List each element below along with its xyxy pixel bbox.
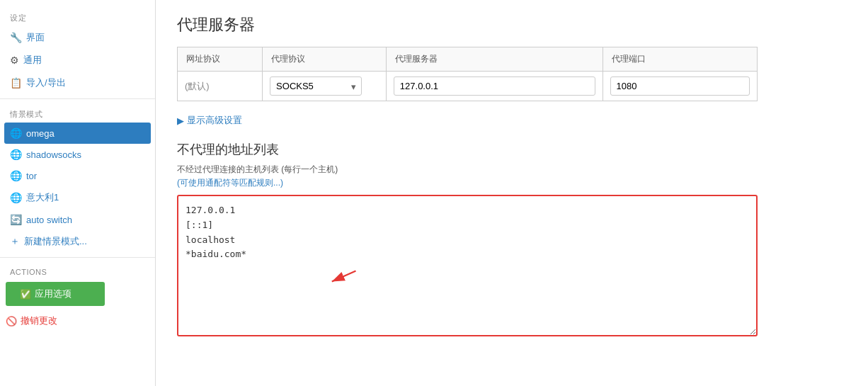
proxy-protocol-select[interactable]: SOCKS5 SOCKS4 HTTP HTTPS [270, 76, 362, 96]
proxy-table: 网址协议 代理协议 代理服务器 代理端口 (默认) SOCKS5 SOCKS4 … [177, 47, 758, 101]
cancel-button[interactable]: 🚫 撤销更改 [6, 312, 57, 330]
sidebar-item-tor-label: tor [26, 171, 37, 181]
cell-url-protocol: (默认) [178, 72, 263, 101]
sidebar-item-omega[interactable]: 🌐 omega [4, 123, 151, 144]
sidebar: 设定 🔧 界面 ⚙ 通用 📋 导入/导出 情景模式 🌐 omega 🌐 shad… [0, 0, 156, 386]
settings-section-title: 设定 [0, 7, 155, 26]
import-icon: 📋 [10, 77, 22, 89]
apply-button-label: 应用选项 [35, 288, 72, 300]
sidebar-item-autoswitch-label: auto switch [26, 215, 72, 225]
proxy-server-input[interactable] [394, 76, 595, 96]
cell-proxy-protocol: SOCKS5 SOCKS4 HTTP HTTPS ▾ [263, 72, 387, 101]
sidebar-item-general[interactable]: ⚙ 通用 [0, 49, 155, 72]
sidebar-item-shadowsocks[interactable]: 🌐 shadowsocks [0, 144, 155, 165]
sidebar-item-import-label: 导入/导出 [26, 76, 66, 89]
no-proxy-textarea[interactable]: 127.0.0.1 [::1] localhost *baidu.com* [177, 195, 758, 336]
main-content: 代理服务器 网址协议 代理协议 代理服务器 代理端口 (默认) SOCKS5 [156, 0, 868, 386]
sidebar-item-tor[interactable]: 🌐 tor [0, 165, 155, 186]
cancel-icon: 🚫 [6, 316, 17, 327]
sidebar-item-shadowsocks-label: shadowsocks [26, 149, 81, 160]
apply-button[interactable]: ✅ 应用选项 [6, 282, 105, 306]
omega-icon: 🌐 [10, 127, 22, 139]
sidebar-item-italy1-label: 意大利1 [26, 191, 59, 204]
col-header-proxy-protocol: 代理协议 [263, 47, 387, 72]
col-header-proxy-server: 代理服务器 [386, 47, 603, 72]
italy-icon: 🌐 [10, 192, 22, 203]
default-label: (默认) [185, 81, 210, 91]
no-proxy-desc: 不经过代理连接的主机列表 (每行一个主机) [177, 164, 847, 176]
chevron-right-icon: ▶ [177, 115, 184, 126]
sidebar-item-ui-label: 界面 [26, 31, 45, 44]
gear-icon: ⚙ [10, 55, 19, 66]
profiles-section-title: 情景模式 [0, 103, 155, 123]
tor-icon: 🌐 [10, 170, 22, 181]
proxy-port-input[interactable] [610, 76, 750, 96]
shadow-icon: 🌐 [10, 149, 22, 160]
sidebar-item-autoswitch[interactable]: 🔄 auto switch [0, 209, 155, 230]
sidebar-item-italy1[interactable]: 🌐 意大利1 [0, 186, 155, 209]
no-proxy-textarea-wrapper: 127.0.0.1 [::1] localhost *baidu.com* [177, 195, 758, 339]
sidebar-item-general-label: 通用 [23, 54, 42, 67]
apply-check-icon: ✅ [20, 289, 31, 300]
page-title: 代理服务器 [177, 14, 847, 35]
show-advanced-link[interactable]: ▶ 显示高级设置 [177, 114, 242, 127]
wrench-icon: 🔧 [10, 32, 22, 43]
no-proxy-hint[interactable]: (可使用通配符等匹配规则...) [177, 177, 847, 189]
sidebar-divider [0, 98, 155, 99]
table-row: (默认) SOCKS5 SOCKS4 HTTP HTTPS ▾ [178, 72, 758, 101]
sidebar-item-ui[interactable]: 🔧 界面 [0, 26, 155, 49]
sidebar-item-add-label: 新建情景模式... [24, 235, 87, 248]
sidebar-item-add-profile[interactable]: ＋ 新建情景模式... [0, 230, 155, 253]
sidebar-item-import-export[interactable]: 📋 导入/导出 [0, 72, 155, 94]
col-header-url-protocol: 网址协议 [178, 47, 263, 72]
col-header-proxy-port: 代理端口 [603, 47, 757, 72]
cancel-button-label: 撤销更改 [21, 314, 57, 327]
no-proxy-section-title: 不代理的地址列表 [177, 141, 847, 158]
cell-proxy-port [603, 72, 757, 101]
show-advanced-label: 显示高级设置 [187, 114, 242, 127]
sidebar-item-omega-label: omega [26, 128, 55, 139]
cell-proxy-server [386, 72, 603, 101]
add-icon: ＋ [10, 235, 20, 248]
actions-section-title: ACTIONS [0, 262, 155, 279]
actions-divider [0, 257, 155, 258]
autoswitch-icon: 🔄 [10, 214, 22, 225]
proxy-protocol-select-wrap: SOCKS5 SOCKS4 HTTP HTTPS ▾ [270, 76, 362, 96]
